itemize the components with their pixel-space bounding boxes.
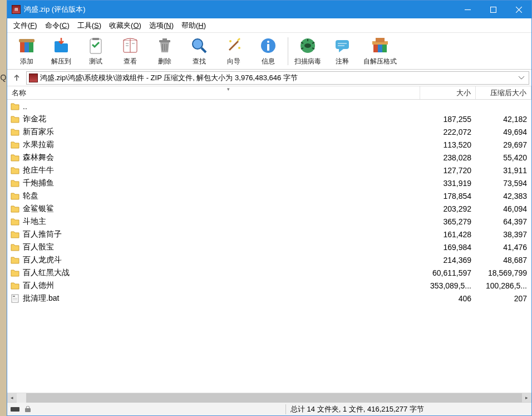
- list-item[interactable]: ..: [7, 100, 531, 112]
- file-name: 金鲨银鲨: [23, 204, 54, 214]
- file-name: 斗地主: [23, 217, 46, 227]
- file-size: 214,369: [420, 256, 476, 265]
- status-left: [7, 406, 285, 413]
- file-name: 百人德州: [23, 281, 54, 291]
- file-size: 353,089,5...: [420, 281, 476, 290]
- list-item[interactable]: 千炮捕鱼331,91973,594: [7, 177, 531, 189]
- file-name: ..: [23, 102, 27, 111]
- list-item[interactable]: 水果拉霸113,52029,697: [7, 138, 531, 151]
- test-icon: [86, 36, 106, 56]
- view-button[interactable]: 查看: [113, 34, 147, 68]
- list-item[interactable]: 批清理.bat406207: [7, 292, 531, 305]
- delete-icon: [155, 36, 175, 56]
- menu-file[interactable]: 文件(F): [9, 19, 41, 32]
- minimize-button[interactable]: [455, 1, 480, 18]
- virusscan-button[interactable]: 扫描病毒: [290, 34, 325, 68]
- close-button[interactable]: [506, 1, 531, 18]
- delete-button[interactable]: 删除: [147, 34, 182, 68]
- list-item[interactable]: 百人推筒子161,42838,397: [7, 228, 531, 241]
- file-csize: 100,286,5...: [476, 281, 531, 290]
- col-size[interactable]: 大小: [420, 86, 476, 99]
- test-button[interactable]: 测试: [78, 34, 113, 68]
- file-csize: 42,383: [476, 192, 531, 200]
- col-name[interactable]: 名称: [7, 86, 420, 99]
- file-size: 161,428: [420, 230, 476, 239]
- col-csize[interactable]: 压缩后大小: [476, 86, 531, 99]
- file-size: 113,520: [420, 140, 476, 149]
- titlebar[interactable]: ▤ 鸿盛.zip (评估版本): [7, 1, 531, 18]
- list-item[interactable]: 抢庄牛牛127,72031,911: [7, 164, 531, 177]
- svg-line-20: [229, 41, 238, 50]
- path-box[interactable]: 鸿盛.zip\鸿盛\系统模块\游戏组件 - ZIP 压缩文件, 解包大小为 3,…: [26, 71, 529, 85]
- scroll-right-icon[interactable]: ▸: [522, 393, 531, 403]
- path-text: 鸿盛.zip\鸿盛\系统模块\游戏组件 - ZIP 压缩文件, 解包大小为 3,…: [40, 73, 298, 83]
- menu-options[interactable]: 选项(N): [145, 19, 178, 32]
- status-summary: 总计 14 文件夹, 1 文件, 416,215,277 字节: [286, 404, 531, 414]
- find-icon: [189, 36, 209, 56]
- path-dropdown-icon[interactable]: [516, 76, 526, 80]
- drive-icon: [11, 406, 21, 413]
- scroll-thumb[interactable]: [26, 393, 522, 403]
- svg-rect-38: [382, 43, 387, 52]
- add-icon: [17, 36, 37, 56]
- sfx-icon: [370, 36, 390, 56]
- svg-rect-25: [267, 44, 269, 51]
- svg-rect-33: [336, 40, 349, 49]
- svg-point-18: [193, 39, 203, 49]
- list-item[interactable]: 轮盘178,85442,383: [7, 189, 531, 202]
- svg-rect-46: [25, 408, 31, 412]
- info-icon: [258, 36, 278, 56]
- winrar-window: ▤ 鸿盛.zip (评估版本) 文件(F) 命令(C) 工具(S) 收藏夹(O)…: [7, 0, 532, 416]
- file-name: 千炮捕鱼: [23, 178, 54, 188]
- scroll-left-icon[interactable]: ◂: [7, 393, 17, 403]
- menu-tools[interactable]: 工具(S): [73, 19, 105, 32]
- list-item[interactable]: 诈金花187,25542,182: [7, 112, 531, 125]
- svg-rect-43: [13, 298, 17, 298]
- hscrollbar[interactable]: ◂ ▸: [7, 393, 531, 402]
- file-name: 百人推筒子: [23, 229, 62, 239]
- file-size: 365,279: [420, 217, 476, 226]
- comment-button[interactable]: 注释: [325, 34, 359, 68]
- column-header: 名称 ▾ 大小 压缩后大小: [7, 86, 531, 100]
- sfx-button[interactable]: 自解压格式: [359, 34, 401, 68]
- comment-icon: [332, 36, 352, 56]
- maximize-button[interactable]: [480, 1, 506, 18]
- file-name: 百人红黑大战: [23, 268, 70, 278]
- list-item[interactable]: 百人龙虎斗214,36948,687: [7, 253, 531, 266]
- list-item[interactable]: 百人德州353,089,5...100,286,5...: [7, 279, 531, 292]
- pathbar: 鸿盛.zip\鸿盛\系统模块\游戏组件 - ZIP 压缩文件, 解包大小为 3,…: [7, 70, 531, 86]
- list-item[interactable]: 斗地主365,27964,397: [7, 215, 531, 228]
- menu-help[interactable]: 帮助(H): [178, 19, 210, 32]
- svg-point-24: [267, 41, 269, 43]
- list-item[interactable]: 金鲨银鲨203,29246,094: [7, 202, 531, 215]
- virus-icon: [298, 36, 318, 56]
- background-sliver: Q: [0, 0, 7, 416]
- svg-rect-0: [490, 7, 496, 12]
- list-item[interactable]: 百人红黑大战60,611,59718,569,799: [7, 266, 531, 279]
- menu-favorites[interactable]: 收藏夹(O): [105, 19, 145, 32]
- statusbar: 总计 14 文件夹, 1 文件, 416,215,277 字节: [7, 402, 531, 415]
- find-button[interactable]: 查找: [182, 34, 216, 68]
- svg-rect-44: [13, 300, 17, 300]
- file-size: 331,919: [420, 179, 476, 188]
- up-button[interactable]: [9, 71, 24, 85]
- file-csize: 48,687: [476, 256, 531, 265]
- sort-indicator-icon: ▾: [227, 86, 230, 92]
- menu-commands[interactable]: 命令(C): [41, 19, 73, 32]
- list-item[interactable]: 新百家乐222,07249,694: [7, 125, 531, 138]
- list-item[interactable]: 森林舞会238,02855,420: [7, 151, 531, 164]
- svg-point-21: [229, 40, 231, 42]
- wizard-button[interactable]: 向导: [216, 34, 251, 68]
- window-title: 鸿盛.zip (评估版本): [24, 4, 455, 14]
- file-csize: 18,569,799: [476, 268, 531, 277]
- file-csize: 49,694: [476, 128, 531, 136]
- add-button[interactable]: 添加: [9, 34, 44, 68]
- toolbar: 添加 解压到 测试 查看 删除 查找 向导 信息: [7, 33, 531, 70]
- info-button[interactable]: 信息: [251, 34, 285, 68]
- file-csize: 41,476: [476, 243, 531, 252]
- file-list[interactable]: ..诈金花187,25542,182新百家乐222,07249,694水果拉霸1…: [7, 100, 531, 393]
- file-csize: 29,697: [476, 140, 531, 149]
- list-item[interactable]: 百人骰宝169,98441,476: [7, 241, 531, 253]
- scroll-track[interactable]: [17, 393, 522, 403]
- extract-button[interactable]: 解压到: [44, 34, 78, 68]
